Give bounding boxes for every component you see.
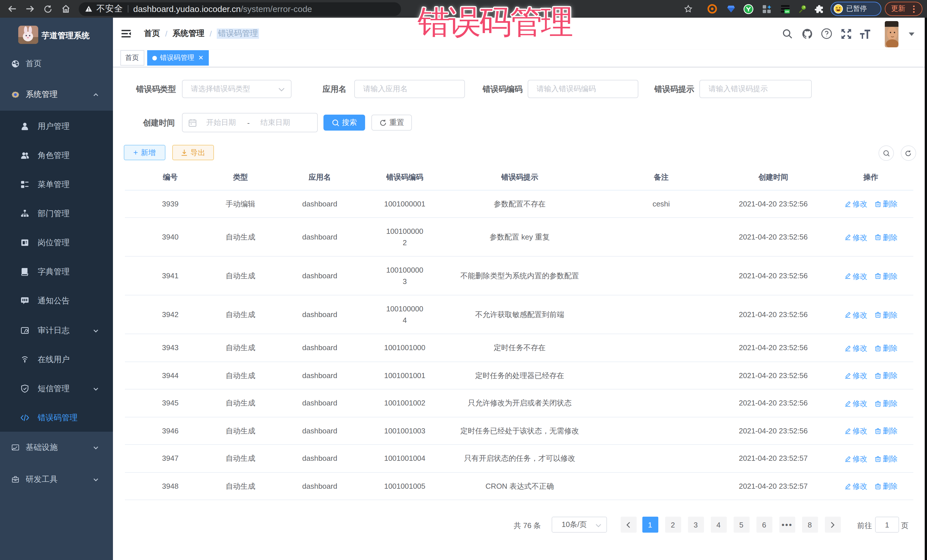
svg-text:on: on: [785, 10, 789, 13]
